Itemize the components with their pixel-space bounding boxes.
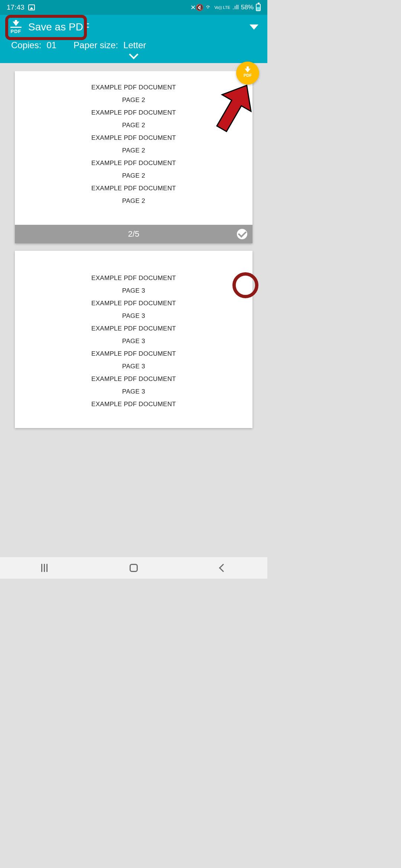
mute-icon: ✕🔇 [190,4,203,11]
printer-destination-selector[interactable]: PDF Save as PDF [7,18,93,36]
document-text-line: PAGE 3 [19,312,249,320]
copies-value[interactable]: 01 [46,40,56,50]
document-text-line: EXAMPLE PDF DOCUMENT [19,134,249,142]
print-header: PDF Save as PDF Copies: 01 Paper size: L… [0,15,267,63]
fab-label: PDF [244,73,252,78]
paper-size-label: Paper size: [74,40,118,50]
document-text-line: EXAMPLE PDF DOCUMENT [19,350,249,358]
paper-size-value[interactable]: Letter [123,40,146,50]
document-text-line: EXAMPLE PDF DOCUMENT [19,160,249,167]
document-text-line: PAGE 3 [19,363,249,370]
document-text-line: EXAMPLE PDF DOCUMENT [19,401,249,408]
preview-page-2[interactable]: EXAMPLE PDF DOCUMENTPAGE 2EXAMPLE PDF DO… [15,71,252,243]
document-text-line: PAGE 2 [19,197,249,205]
nav-home-button[interactable] [130,564,138,572]
battery-percent: 58% [241,4,254,11]
pdf-download-icon: PDF [10,20,22,34]
document-text-line: EXAMPLE PDF DOCUMENT [19,185,249,192]
document-text-line: EXAMPLE PDF DOCUMENT [19,109,249,116]
status-time: 17:43 [7,3,25,11]
status-bar: 17:43 ✕🔇 ᯤ Vo)) LTE .ıll 58% [0,0,267,15]
document-text-line: PAGE 2 [19,122,249,129]
expand-options-icon[interactable] [129,50,138,59]
document-text-line: EXAMPLE PDF DOCUMENT [19,274,249,282]
document-text-line: PAGE 2 [19,147,249,154]
document-text-line: EXAMPLE PDF DOCUMENT [19,375,249,383]
page-preview-scroll[interactable]: EXAMPLE PDF DOCUMENTPAGE 2EXAMPLE PDF DO… [0,71,267,428]
preview-page-3[interactable]: EXAMPLE PDF DOCUMENTPAGE 3EXAMPLE PDF DO… [15,251,252,428]
document-text-line: PAGE 2 [19,172,249,180]
page-counter: 2/5 [128,229,140,239]
document-text-line: PAGE 3 [19,338,249,345]
system-nav-bar [0,557,267,579]
destination-dropdown-icon[interactable] [250,24,258,30]
signal-icon: .ıll [232,4,239,11]
document-text-line: EXAMPLE PDF DOCUMENT [19,300,249,307]
nav-recents-button[interactable] [41,564,48,572]
print-options-row: Copies: 01 Paper size: Letter [0,38,267,50]
document-text-line: EXAMPLE PDF DOCUMENT [19,84,249,91]
nav-back-button[interactable] [219,564,228,572]
download-icon [245,69,251,72]
save-as-pdf-label: Save as PDF [28,21,89,33]
network-label: Vo)) LTE [214,6,230,9]
screenshot-icon [28,4,35,10]
wifi-icon: ᯤ [206,4,212,11]
page-selected-check-icon[interactable] [237,229,247,239]
document-text-line: EXAMPLE PDF DOCUMENT [19,325,249,332]
document-text-line: PAGE 3 [19,287,249,295]
document-text-line: PAGE 3 [19,388,249,395]
battery-icon [256,4,261,11]
copies-label: Copies: [11,40,41,50]
page-counter-bar: 2/5 [15,225,252,243]
save-pdf-fab[interactable]: PDF [236,62,259,85]
document-text-line: PAGE 2 [19,96,249,104]
